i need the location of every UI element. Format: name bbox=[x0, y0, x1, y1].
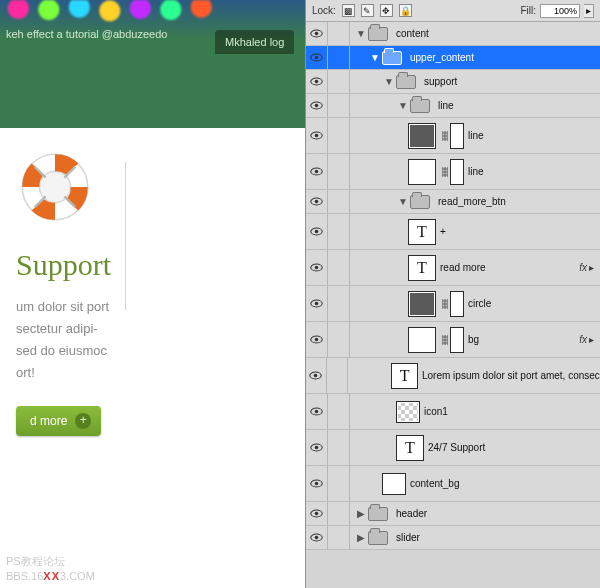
visibility-toggle[interactable] bbox=[306, 94, 328, 117]
fill-label: Fill: bbox=[520, 5, 536, 16]
folder-icon bbox=[410, 99, 430, 113]
row-spacer bbox=[328, 322, 350, 357]
row-spacer bbox=[328, 94, 350, 117]
fill-dropdown-icon[interactable]: ▸ bbox=[584, 4, 594, 18]
layer-content-bg[interactable]: content_bg bbox=[306, 466, 600, 502]
design-body: Support um dolor sit port sectetur adipi… bbox=[0, 128, 305, 588]
row-spacer bbox=[328, 286, 350, 321]
fill-input[interactable] bbox=[540, 4, 580, 18]
watermark-line1: PS教程论坛 bbox=[6, 554, 95, 569]
visibility-toggle[interactable] bbox=[306, 190, 328, 213]
visibility-toggle[interactable] bbox=[306, 46, 328, 69]
layer-upper-content[interactable]: ▼ upper_content bbox=[306, 46, 600, 70]
folder-icon bbox=[410, 195, 430, 209]
folder-icon bbox=[396, 75, 416, 89]
layer-bg[interactable]: bg fx▸ bbox=[306, 322, 600, 358]
layer-247-support[interactable]: T 24/7 Support bbox=[306, 430, 600, 466]
layer-name: upper_content bbox=[410, 52, 474, 63]
row-spacer bbox=[328, 154, 350, 189]
visibility-toggle[interactable] bbox=[306, 154, 328, 189]
visibility-toggle[interactable] bbox=[306, 250, 328, 285]
layer-icon1[interactable]: icon1 bbox=[306, 394, 600, 430]
visibility-toggle[interactable] bbox=[306, 118, 328, 153]
visibility-toggle[interactable] bbox=[306, 502, 328, 525]
banner-link[interactable]: keh effect a tutorial @abduzeedo bbox=[0, 24, 173, 44]
layer-line-2[interactable]: line bbox=[306, 154, 600, 190]
svg-point-21 bbox=[315, 230, 319, 234]
vector-mask-thumb bbox=[450, 159, 464, 185]
layer-name: line bbox=[468, 166, 484, 177]
layer-plus[interactable]: T + bbox=[306, 214, 600, 250]
watermark-suffix: 3.COM bbox=[60, 570, 95, 582]
layer-line-group[interactable]: ▼ line bbox=[306, 94, 600, 118]
banner-tab[interactable]: Mkhaled log bbox=[215, 30, 294, 54]
layer-lorem[interactable]: T Lorem ipsum dolor sit port amet, conse… bbox=[306, 358, 600, 394]
disclosure-icon[interactable]: ▶ bbox=[356, 533, 366, 543]
svg-point-7 bbox=[315, 32, 319, 36]
layer-name: header bbox=[396, 508, 427, 519]
link-icon bbox=[442, 131, 448, 141]
folder-icon bbox=[368, 531, 388, 545]
row-spacer bbox=[328, 70, 350, 93]
svg-point-23 bbox=[315, 266, 319, 270]
layer-support[interactable]: ▼ support bbox=[306, 70, 600, 94]
link-icon bbox=[442, 335, 448, 345]
disclosure-icon[interactable]: ▼ bbox=[398, 101, 408, 111]
lock-image-icon[interactable]: ✎ bbox=[361, 4, 374, 17]
read-more-button[interactable]: d more + bbox=[16, 406, 101, 436]
fx-badge[interactable]: fx▸ bbox=[579, 334, 594, 345]
svg-point-37 bbox=[315, 512, 319, 516]
layer-read-more[interactable]: T read more fx▸ bbox=[306, 250, 600, 286]
folder-icon bbox=[368, 507, 388, 521]
layer-name: 24/7 Support bbox=[428, 442, 485, 453]
lock-position-icon[interactable]: ✥ bbox=[380, 4, 393, 17]
layer-options-bar: Lock: ▩ ✎ ✥ 🔒 Fill: ▸ bbox=[306, 0, 600, 22]
visibility-toggle[interactable] bbox=[306, 430, 328, 465]
layers-panel: Lock: ▩ ✎ ✥ 🔒 Fill: ▸ ▼ content bbox=[305, 0, 600, 588]
disclosure-icon[interactable]: ▼ bbox=[356, 29, 366, 39]
support-paragraph: um dolor sit port sectetur adipi- sed do… bbox=[16, 296, 289, 384]
layer-name: slider bbox=[396, 532, 420, 543]
layer-content[interactable]: ▼ content bbox=[306, 22, 600, 46]
fx-badge[interactable]: fx▸ bbox=[579, 262, 594, 273]
layer-line-1[interactable]: line bbox=[306, 118, 600, 154]
row-spacer bbox=[328, 526, 350, 549]
text-layer-thumb: T bbox=[408, 219, 436, 245]
visibility-toggle[interactable] bbox=[306, 358, 327, 393]
lifebuoy-icon bbox=[16, 148, 94, 226]
layer-circle[interactable]: circle bbox=[306, 286, 600, 322]
layer-slider[interactable]: ▶ slider bbox=[306, 526, 600, 550]
vertical-divider bbox=[125, 162, 126, 310]
watermark-prefix: BBS.16 bbox=[6, 570, 43, 582]
text-layer-thumb: T bbox=[396, 435, 424, 461]
layer-tree: ▼ content ▼ upper_content ▼ support bbox=[306, 22, 600, 588]
visibility-toggle[interactable] bbox=[306, 286, 328, 321]
layer-header[interactable]: ▶ header bbox=[306, 502, 600, 526]
lock-all-icon[interactable]: 🔒 bbox=[399, 4, 412, 17]
visibility-toggle[interactable] bbox=[306, 214, 328, 249]
disclosure-icon[interactable]: ▶ bbox=[356, 509, 366, 519]
plus-icon: + bbox=[75, 413, 91, 429]
layer-name: content bbox=[396, 28, 429, 39]
vector-mask-thumb bbox=[450, 123, 464, 149]
vector-mask-thumb bbox=[450, 291, 464, 317]
disclosure-icon[interactable]: ▼ bbox=[398, 197, 408, 207]
visibility-toggle[interactable] bbox=[306, 70, 328, 93]
row-spacer bbox=[328, 250, 350, 285]
svg-point-33 bbox=[315, 446, 319, 450]
svg-point-13 bbox=[315, 104, 319, 108]
layer-read-more-btn-group[interactable]: ▼ read_more_btn bbox=[306, 190, 600, 214]
smart-object-thumb bbox=[396, 401, 420, 423]
lock-transparency-icon[interactable]: ▩ bbox=[342, 4, 355, 17]
disclosure-icon[interactable]: ▼ bbox=[370, 53, 380, 63]
visibility-toggle[interactable] bbox=[306, 22, 328, 45]
bokeh-strip bbox=[0, 0, 305, 24]
visibility-toggle[interactable] bbox=[306, 394, 328, 429]
layer-name: bg bbox=[468, 334, 479, 345]
svg-point-25 bbox=[315, 302, 319, 306]
visibility-toggle[interactable] bbox=[306, 466, 328, 501]
visibility-toggle[interactable] bbox=[306, 526, 328, 549]
layer-name: support bbox=[424, 76, 457, 87]
disclosure-icon[interactable]: ▼ bbox=[384, 77, 394, 87]
visibility-toggle[interactable] bbox=[306, 322, 328, 357]
